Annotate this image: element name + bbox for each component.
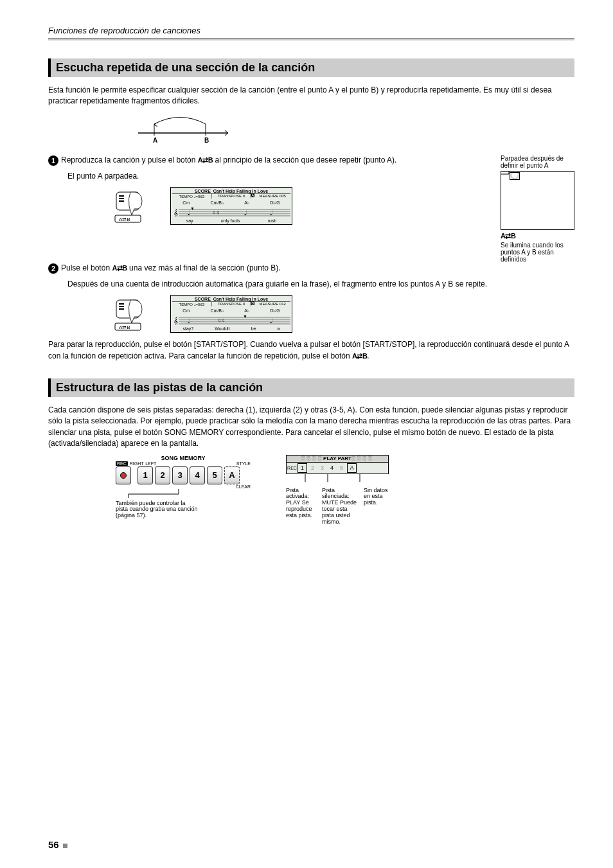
svg-text:𝅘𝅥: 𝅘𝅥: [270, 318, 272, 324]
svg-line-6: [154, 125, 157, 127]
svg-text:𝅘𝅥: 𝅘𝅥: [270, 210, 272, 216]
play-part-slot-2: 2: [308, 464, 317, 472]
play-part-caption-1: Pista activada: PLAY Se reproduce esta p…: [286, 488, 315, 526]
tracks-intro: Cada canción dispone de seis pistas sepa…: [48, 405, 574, 450]
repeat-intro: Esta función le permite especificar cual…: [48, 85, 574, 107]
play-part-callouts: [286, 474, 389, 483]
step-2-text: Pulse el botón A⇄B una vez más al final …: [61, 263, 574, 274]
ab-button-illustration-2: A⇄B: [112, 295, 151, 332]
play-part-caption-2: Pista silenciada: MUTE Puede tocar esta …: [322, 488, 357, 526]
play-part-slot-a: A: [347, 463, 357, 473]
page-number: 56: [48, 839, 59, 850]
breadcrumb: Funciones de reproducción de canciones: [48, 26, 574, 35]
section-title-repeat: Escucha repetida de una sección de la ca…: [48, 58, 574, 77]
step-1-text: Reproduzca la canción y pulse el botón A…: [61, 155, 493, 166]
ab-button-label: A⇄B: [198, 156, 213, 164]
score-screen-1: SCORE Can't Help Falling In Love TEMPO ♩…: [170, 187, 292, 225]
play-part-caption-3: Sin datos en esta pista.: [364, 488, 388, 526]
song-mem-note: También puede controlar la pista cuando …: [116, 500, 199, 520]
ab-button-label-2: A⇄B: [112, 264, 127, 272]
svg-text:A⇄B: A⇄B: [119, 217, 130, 222]
svg-text:A⇄B: A⇄B: [119, 324, 130, 330]
song-memory-panel: SONG MEMORY REC RIGHT LEFT STYLE 1 2 3 4…: [116, 455, 251, 520]
ab-indicator-sidebar: Parpadea después de definir el punto A A…: [501, 155, 574, 263]
step-1-number: 1: [48, 155, 58, 166]
ab-loop-diagram: A B: [132, 114, 235, 143]
page-footer: 56: [48, 839, 67, 850]
song-mem-button-4[interactable]: 4: [190, 466, 205, 484]
stop-text: Para parar la reproducción, pulse el bot…: [48, 339, 574, 362]
song-mem-rec-button[interactable]: [116, 466, 131, 484]
play-part-display: ░░░░PLAY PART░░░░ REC 1 2 3 4 5 A Pista …: [286, 455, 389, 526]
svg-text:𝅘𝅥: 𝅘𝅥: [188, 210, 190, 216]
ab-button-illustration-1: A⇄B: [112, 187, 151, 224]
footer-square-icon: [63, 844, 67, 848]
play-part-slot-5: 5: [337, 464, 346, 472]
svg-text:♫♫: ♫♫: [212, 209, 220, 215]
play-part-slot-4: 4: [328, 464, 336, 472]
ab-button-label-3: A⇄B: [352, 352, 367, 360]
song-mem-button-2[interactable]: 2: [155, 466, 170, 484]
svg-text:𝄞: 𝄞: [173, 209, 178, 217]
section-title-tracks: Estructura de las pistas de la canción: [48, 378, 574, 397]
song-mem-button-5[interactable]: 5: [207, 466, 222, 484]
svg-text:𝅘𝅥: 𝅘𝅥: [244, 210, 247, 216]
svg-text:𝅗𝅥: 𝅗𝅥: [188, 318, 190, 324]
svg-text:𝄞: 𝄞: [173, 317, 178, 325]
svg-text:♫♫: ♫♫: [217, 317, 225, 323]
play-part-slot-1: 1: [298, 463, 307, 473]
score-screen-2: SCORE Can't Help Falling In Love TEMPO ♩…: [170, 295, 292, 333]
panel-callout-line: [116, 489, 251, 498]
rec-label: REC: [116, 461, 128, 466]
diagram-label-b: B: [204, 137, 209, 143]
song-mem-button-a[interactable]: A: [224, 466, 240, 484]
play-part-slot-3: 3: [318, 464, 326, 472]
step-2-number: 2: [48, 263, 58, 274]
ab-symbol-sidebar: A⇄B: [501, 232, 574, 240]
diagram-label-a: A: [153, 137, 157, 143]
clear-label: CLEAR: [116, 484, 251, 489]
record-icon: [120, 472, 127, 479]
song-mem-button-3[interactable]: 3: [172, 466, 188, 484]
step-2-under: Después de una cuenta de introducción au…: [67, 279, 574, 290]
header-rule: [48, 38, 574, 40]
song-mem-button-1[interactable]: 1: [138, 466, 153, 484]
step-1-under: El punto A parpadea.: [67, 171, 493, 182]
